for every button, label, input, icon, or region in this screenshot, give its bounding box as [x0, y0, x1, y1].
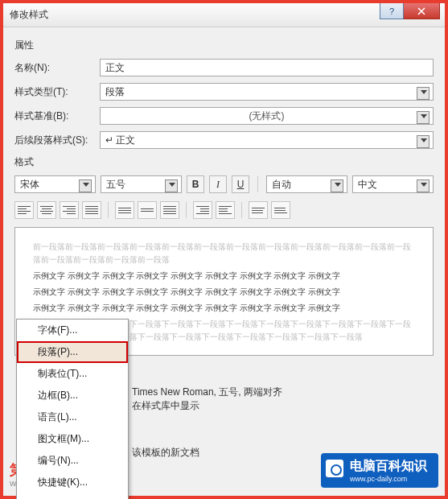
chevron-down-icon [421, 90, 427, 94]
separator [186, 202, 187, 218]
align-left-button[interactable] [14, 201, 34, 219]
align-justify-button[interactable] [82, 201, 101, 219]
format-section-label: 格式 [14, 155, 434, 169]
separator [257, 176, 258, 192]
menu-font[interactable]: 字体(F)... [17, 320, 128, 341]
space-before-button[interactable] [249, 201, 268, 219]
separator [241, 202, 242, 218]
align-center-button[interactable] [37, 201, 56, 219]
chevron-down-icon [169, 183, 175, 187]
menu-language[interactable]: 语言(L)... [17, 406, 128, 428]
props-section-label: 属性 [14, 39, 434, 52]
underline-button[interactable]: U [232, 175, 249, 193]
chevron-down-icon [83, 183, 89, 187]
menu-border[interactable]: 边框(B)... [17, 385, 128, 406]
menu-paragraph[interactable]: 段落(P)... [17, 341, 128, 363]
watermark-right: 电脑百科知识 www.pc-daily.com [321, 453, 438, 488]
preview-sample-1: 示例文字 示例文字 示例文字 示例文字 示例文字 示例文字 示例文字 示例文字 … [33, 270, 415, 282]
line-spacing-2-button[interactable] [138, 201, 157, 219]
name-input[interactable]: 正文 [100, 59, 434, 76]
name-value: 正文 [105, 61, 125, 75]
line-spacing-3-button[interactable] [160, 201, 179, 219]
help-button[interactable]: ? [380, 3, 404, 19]
close-button[interactable] [404, 3, 440, 19]
size-value: 五号 [106, 178, 125, 192]
chevron-down-icon [335, 183, 341, 187]
bold-button[interactable]: B [187, 175, 204, 193]
follow-style-combo[interactable]: ↵ 正文 [100, 131, 434, 149]
style-type-label: 样式类型(T): [14, 85, 88, 99]
preview-sample-2: 示例文字 示例文字 示例文字 示例文字 示例文字 示例文字 示例文字 示例文字 … [33, 286, 415, 299]
info-line-1: Times New Roman, 五号, 两端对齐 [132, 386, 282, 399]
indent-dec-button[interactable] [193, 201, 212, 219]
menu-tabs[interactable]: 制表位(T)... [17, 363, 128, 385]
separator [108, 202, 109, 218]
style-type-value: 段落 [105, 85, 125, 99]
chevron-down-icon [421, 183, 427, 187]
size-combo[interactable]: 五号 [101, 175, 182, 193]
color-combo[interactable]: 自动 [266, 175, 347, 193]
preview-sample-3: 示例文字 示例文字 示例文字 示例文字 示例文字 示例文字 示例文字 示例文字 … [33, 302, 415, 315]
info-line-3: 该模板的新文档 [132, 446, 199, 460]
preview-before: 前一段落前一段落前一段落前一段落前一段落前一段落前一段落前一段落前一段落前一段落… [33, 241, 415, 266]
follow-style-label: 后续段落样式(S): [14, 134, 88, 147]
line-spacing-1-button[interactable] [115, 201, 134, 219]
window-title: 修改样式 [10, 8, 48, 22]
titlebar: 修改样式 ? [3, 3, 445, 27]
name-label: 名称(N): [14, 61, 88, 75]
menu-shortcut[interactable]: 快捷键(K)... [17, 472, 128, 493]
chevron-down-icon [421, 138, 427, 142]
lang-combo[interactable]: 中文 [352, 175, 434, 193]
format-context-menu: 字体(F)... 段落(P)... 制表位(T)... 边框(B)... 语言(… [16, 319, 129, 499]
color-value: 自动 [272, 178, 291, 192]
menu-frame[interactable]: 图文框(M)... [17, 428, 128, 450]
italic-button[interactable]: I [209, 175, 227, 193]
font-combo[interactable]: 宋体 [14, 175, 96, 193]
menu-numbering[interactable]: 编号(N)... [17, 450, 128, 472]
lang-value: 中文 [358, 178, 377, 192]
chevron-down-icon [421, 114, 427, 118]
style-type-combo[interactable]: 段落 [100, 83, 434, 101]
style-base-value: (无样式) [249, 109, 285, 123]
style-base-label: 样式基准(B): [14, 109, 88, 123]
follow-style-value: ↵ 正文 [105, 134, 135, 147]
info-line-2: 在样式库中显示 [132, 399, 199, 413]
align-right-button[interactable] [60, 201, 79, 219]
space-after-button[interactable] [271, 201, 290, 219]
font-value: 宋体 [20, 178, 39, 192]
indent-inc-button[interactable] [216, 201, 235, 219]
menu-text-effect: 文字效果(E)... [17, 493, 128, 499]
watermark-right-main: 电脑百科知识 [350, 459, 427, 472]
style-base-combo[interactable]: (无样式) [100, 107, 434, 125]
watermark-right-sub: www.pc-daily.com [350, 475, 427, 483]
